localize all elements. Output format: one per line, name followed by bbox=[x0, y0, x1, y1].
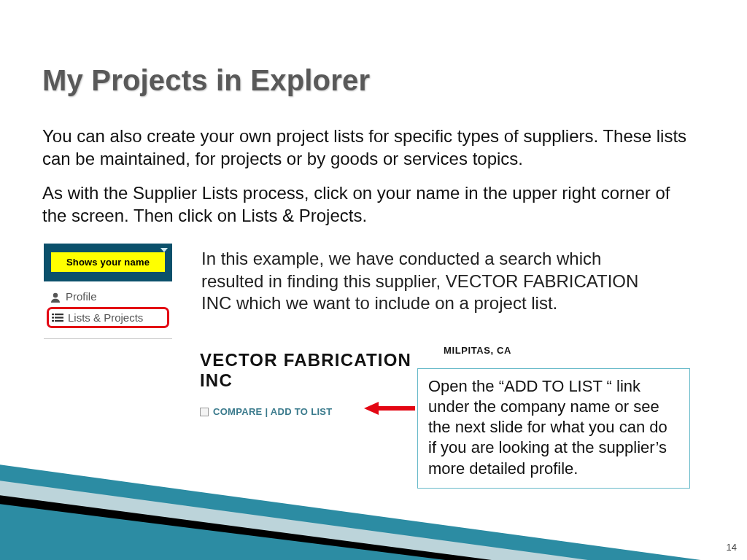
menu-item-lists-projects[interactable]: Lists & Projects bbox=[47, 307, 169, 328]
slide: My Projects in Explorer You can also cre… bbox=[0, 0, 747, 560]
compare-add-to-list-link[interactable]: COMPARE | ADD TO LIST bbox=[213, 406, 333, 417]
menu-item-profile[interactable]: Profile bbox=[47, 287, 169, 306]
svg-marker-9 bbox=[0, 494, 547, 560]
svg-rect-1 bbox=[52, 314, 54, 315]
svg-rect-5 bbox=[52, 320, 54, 322]
body-paragraph-1: You can also create your own project lis… bbox=[42, 125, 692, 170]
list-icon bbox=[52, 313, 63, 323]
svg-rect-6 bbox=[55, 320, 63, 322]
name-chip: Shows your name bbox=[51, 252, 165, 272]
body-paragraph-2: As with the Supplier Lists process, clic… bbox=[42, 182, 692, 227]
menu-item-label: Lists & Projects bbox=[68, 311, 143, 324]
body-paragraph-3: In this example, we have conducted a sea… bbox=[201, 248, 668, 315]
supplier-name: VECTOR FABRICATION INC bbox=[200, 350, 419, 390]
page-title: My Projects in Explorer bbox=[42, 64, 370, 97]
svg-marker-8 bbox=[0, 480, 642, 560]
svg-rect-2 bbox=[55, 314, 63, 315]
compare-checkbox[interactable] bbox=[200, 408, 209, 416]
user-menu-mock: Shows your name Profile Lists & Projects bbox=[44, 244, 172, 339]
callout-arrow-icon bbox=[364, 402, 415, 415]
user-icon bbox=[50, 292, 61, 302]
supplier-location: MILPITAS, CA bbox=[444, 345, 511, 356]
svg-rect-4 bbox=[55, 316, 63, 318]
page-number: 14 bbox=[727, 542, 737, 553]
callout-box: Open the “ADD TO LIST “ link under the c… bbox=[417, 368, 690, 489]
svg-marker-10 bbox=[0, 503, 503, 560]
menu-item-label: Profile bbox=[66, 290, 97, 303]
svg-rect-3 bbox=[52, 316, 54, 318]
user-menu-items: Profile Lists & Projects bbox=[44, 281, 172, 339]
user-menu-header: Shows your name bbox=[44, 244, 172, 281]
svg-point-0 bbox=[53, 292, 58, 297]
